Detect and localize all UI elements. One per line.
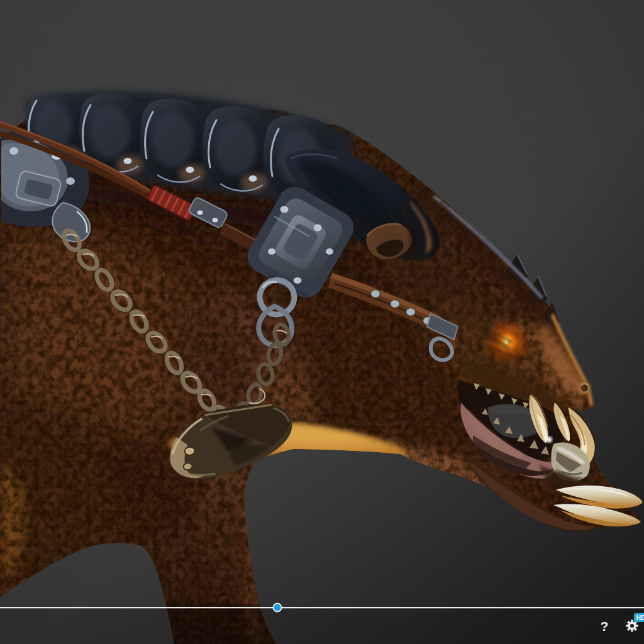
svg-text:HD: HD [636,614,644,621]
svg-text:?: ? [601,619,609,633]
